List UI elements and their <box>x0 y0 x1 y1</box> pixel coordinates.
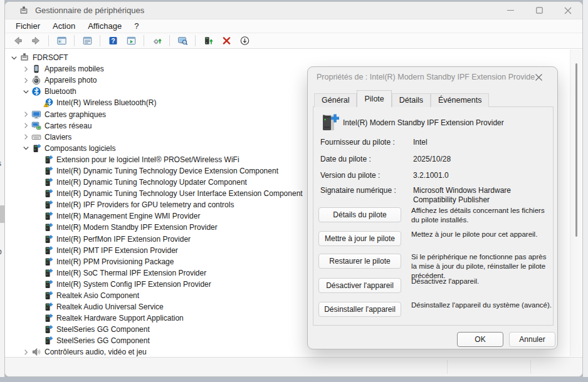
expander-spacer <box>33 234 43 244</box>
tree-scrollbar[interactable] <box>570 49 582 356</box>
scan-hardware-changes-icon[interactable] <box>149 34 164 48</box>
tab-general[interactable]: Général <box>314 93 357 107</box>
expand-chevron-icon[interactable] <box>21 64 31 74</box>
expander-spacer <box>33 177 43 187</box>
software-icon <box>43 211 53 221</box>
driver-action-row: Désinstaller l'appareilDésinstallez l'ap… <box>318 302 552 317</box>
close-button[interactable] <box>554 2 582 19</box>
expand-chevron-icon[interactable] <box>21 132 31 142</box>
tree-item[interactable]: FDRSOFT <box>5 52 570 63</box>
device-name: Intel(R) Modern Standby IPF Extension Pr… <box>343 118 543 127</box>
expander-spacer <box>33 188 43 199</box>
statusbar <box>5 357 582 376</box>
software-icon <box>43 336 53 346</box>
tab-evenements[interactable]: Événements <box>431 93 489 107</box>
help-icon[interactable]: ? <box>105 34 120 48</box>
properties-icon[interactable] <box>80 34 95 48</box>
action-pane-icon[interactable] <box>123 34 139 48</box>
menu-help[interactable]: ? <box>128 21 145 31</box>
back-icon[interactable] <box>10 34 25 48</box>
search-computer-icon[interactable] <box>175 34 190 48</box>
software-icon <box>43 291 53 301</box>
cancel-button[interactable]: Annuler <box>509 332 555 347</box>
menubar: FichierActionAffichage? <box>5 19 582 33</box>
expander-spacer <box>33 268 43 278</box>
tree-item-label: Contrôleurs audio, vidéo et jeu <box>45 348 147 356</box>
console-tree-icon[interactable] <box>54 34 69 48</box>
disable-icon[interactable] <box>237 34 252 48</box>
menu-affichage[interactable]: Affichage <box>81 21 128 31</box>
tree-item-label: Intel(R) Modern Standby IPF Extension Pr… <box>56 223 218 232</box>
expand-chevron-icon[interactable] <box>21 75 31 85</box>
tree-item-label: Intel(R) Dynamic Tuning Technology User … <box>56 189 303 198</box>
statusbar-separator <box>530 360 531 374</box>
toolbar-separator <box>74 35 75 46</box>
action-description: Désactivez l'appareil. <box>411 277 552 286</box>
action-description: Affichez les détails concernant les fich… <box>411 206 552 225</box>
roll-back-driver-button[interactable]: Restaurer le pilote <box>318 254 401 269</box>
expander-spacer <box>33 324 43 334</box>
menu-fichier[interactable]: Fichier <box>9 21 46 31</box>
expander-spacer <box>33 98 43 108</box>
expand-chevron-icon[interactable] <box>21 347 31 356</box>
software-icon <box>43 188 53 199</box>
maximize-button[interactable] <box>525 2 554 19</box>
field-label: Signataire numérique : <box>320 186 413 205</box>
driver-action-row: Désactiver l'appareilDésactivez l'appare… <box>318 278 552 293</box>
toolbar-separator <box>195 35 196 46</box>
tree-item-label: Appareils photo <box>45 76 97 85</box>
tree-item-label: Intel(R) Dynamic Tuning Technology Updat… <box>56 178 247 187</box>
uninstall-icon[interactable] <box>219 34 234 48</box>
dialog-close-icon[interactable] <box>535 73 549 81</box>
collapse-chevron-icon[interactable] <box>21 143 31 153</box>
collapse-chevron-icon[interactable] <box>9 53 19 63</box>
expand-chevron-icon[interactable] <box>21 110 31 120</box>
tree-item-label: Intel(R) System Config IPF Extension Pro… <box>56 280 211 289</box>
expand-chevron-icon[interactable] <box>21 121 31 131</box>
tree-item-label: Realtek Asio Component <box>56 291 139 300</box>
toolbar-separator <box>144 35 144 46</box>
bluetooth-icon <box>31 86 41 96</box>
driver-details-button[interactable]: Détails du pilote <box>318 207 401 222</box>
uninstall-device-button[interactable]: Désinstaller l'appareil <box>318 302 401 317</box>
forward-icon[interactable] <box>28 34 43 48</box>
camera-icon <box>31 75 41 85</box>
collapse-chevron-icon[interactable] <box>21 86 31 96</box>
driver-action-row: Mettre à jour le piloteMettez à jour le … <box>318 231 552 246</box>
tab-pilote[interactable]: Pilote <box>357 90 391 107</box>
expander-spacer <box>33 279 43 289</box>
background-window-sliver: t s b <box>0 0 4 377</box>
dialog-titlebar: Propriétés de : Intel(R) Modern Standby … <box>308 67 557 87</box>
software-icon <box>43 279 53 289</box>
software-icon <box>43 177 53 187</box>
software-icon <box>43 222 53 232</box>
tree-item-label: SteelSeries GG Component <box>56 336 150 345</box>
dialog-title: Propriétés de : Intel(R) Modern Standby … <box>317 73 535 81</box>
tree-item-label: Extension pour le logiciel Intel® PROSet… <box>56 155 239 164</box>
tree-item-label: Intel(R) PMT IPF Extension Provider <box>56 246 178 255</box>
window-title: Gestionnaire de périphériques <box>35 6 144 15</box>
background-scrollbar-thumb <box>0 205 4 223</box>
tab-details[interactable]: Détails <box>392 93 431 107</box>
expander-spacer <box>33 336 43 346</box>
menu-action[interactable]: Action <box>46 21 81 31</box>
minimize-button[interactable] <box>496 2 525 19</box>
toolbar-separator <box>100 35 100 46</box>
device-icon <box>318 111 340 133</box>
tree-item-label: Intel(R) IPF Providers for GPU telemetry… <box>56 200 234 209</box>
tree-item-label: Realtek Audio Universal Service <box>56 302 164 311</box>
tree-scrollbar-thumb[interactable] <box>575 63 577 237</box>
field-value: Microsoft Windows Hardware Compatibility… <box>413 186 550 205</box>
disable-device-button[interactable]: Désactiver l'appareil <box>318 278 401 293</box>
background-text-fragment: s <box>0 159 1 168</box>
ok-button[interactable]: OK <box>457 332 503 347</box>
software-icon <box>43 234 53 244</box>
expander-spacer <box>33 222 43 232</box>
update-driver-button[interactable]: Mettre à jour le pilote <box>318 231 401 246</box>
software-icon <box>43 166 53 176</box>
expander-spacer <box>33 245 43 256</box>
update-driver-icon[interactable] <box>201 34 216 48</box>
driver-field-row: Fournisseur du pilote :Intel <box>320 138 550 147</box>
software-icon <box>43 200 53 210</box>
expander-spacer <box>33 200 43 210</box>
